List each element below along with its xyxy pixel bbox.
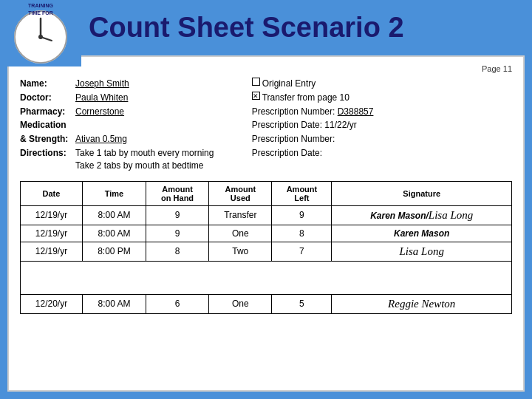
cell-time: 8:00 AM <box>82 294 146 313</box>
table-row: 12/19/yr 8:00 AM 9 One 8 Karen Mason <box>21 225 512 242</box>
medication-value: Ativan 0.5mg <box>75 133 127 146</box>
cell-left: 7 <box>272 242 332 261</box>
content-area: Page 11 Name: Joseph Smith Doctor: Paula… <box>7 55 525 392</box>
col-signature: Signature <box>332 181 512 205</box>
transfer-label: Transfer from page 10 <box>262 92 349 104</box>
page-number: Page 11 <box>20 64 512 73</box>
svg-text:TIME FOR: TIME FOR <box>28 10 52 16</box>
cell-time: 8:00 PM <box>82 242 146 261</box>
cell-date: 12/19/yr <box>21 242 83 261</box>
cell-used: One <box>209 225 272 242</box>
cell-used: Two <box>209 242 272 261</box>
cell-date: 12/19/yr <box>21 225 83 242</box>
cell-time: 8:00 AM <box>82 225 146 242</box>
rx-number-label: Prescription Number: D388857 <box>252 106 374 118</box>
pharmacy-label: Pharmacy: <box>20 106 75 118</box>
strength-label: & Strength: <box>20 133 75 146</box>
cell-used: Transfer <box>209 205 272 225</box>
patient-info-left: Name: Joseph Smith Doctor: Paula Whiten … <box>20 78 237 174</box>
cell-on-hand: 9 <box>146 225 209 242</box>
cell-left: 5 <box>272 294 332 313</box>
error-message-row: 12/20/yr 7am Math on 12/19/yr 8p entry i… <box>21 261 512 294</box>
table-row: 12/20/yr 8:00 AM 6 One 5 Reggie Newton <box>21 294 512 313</box>
name-label: Name: <box>20 78 75 90</box>
cell-on-hand: 9 <box>146 205 209 225</box>
cell-on-hand: 8 <box>146 242 209 261</box>
patient-info: Name: Joseph Smith Doctor: Paula Whiten … <box>20 78 512 174</box>
original-entry-checkbox <box>252 78 260 86</box>
patient-info-right: Original Entry Transfer from page 10 Pre… <box>252 78 512 174</box>
cell-used: One <box>209 294 272 313</box>
patient-name: Joseph Smith <box>75 78 129 90</box>
error-overlay-cell: 12/20/yr 7am Math on 12/19/yr 8p entry i… <box>21 261 512 294</box>
doctor-name: Paula Whiten <box>75 92 128 104</box>
col-date: Date <box>21 181 83 205</box>
doctor-label: Doctor: <box>20 92 75 104</box>
cell-on-hand: 6 <box>146 294 209 313</box>
svg-text:TRAINING: TRAINING <box>28 3 53 8</box>
col-amount-used: AmountUsed <box>209 181 272 205</box>
rx-date-label: Prescription Date: 11/22/yr <box>252 119 357 132</box>
directions-value: Take 1 tab by mouth every morning Take 2… <box>75 147 214 172</box>
cell-left: 9 <box>272 205 332 225</box>
col-amount-on-hand: Amounton Hand <box>146 181 209 205</box>
cell-date: 12/20/yr <box>21 294 83 313</box>
table-row: 12/19/yr 8:00 PM 8 Two 7 Lisa Long <box>21 242 512 261</box>
rx-date2-label: Prescription Date: <box>252 147 322 160</box>
table-row: 12/19/yr 8:00 AM 9 Transfer 9 Karen Maso… <box>21 205 512 225</box>
title-bar: Count Sheet Scenario 2 <box>74 0 532 55</box>
rx-number2-label: Prescription Number: <box>252 133 335 146</box>
transfer-checkbox <box>252 92 260 100</box>
svg-point-7 <box>38 35 43 39</box>
col-amount-left: AmountLeft <box>272 181 332 205</box>
cell-date: 12/19/yr <box>21 205 83 225</box>
medication-label: Medication <box>20 119 75 132</box>
pharmacy-name: Cornerstone <box>75 106 124 118</box>
count-sheet-table: Date Time Amounton Hand AmountUsed Amoun… <box>20 181 512 314</box>
cell-time: 8:00 AM <box>82 205 146 225</box>
clock-icon: TIME FOR TRAINING <box>0 0 81 66</box>
cell-signature: Karen Mason/Lisa Long <box>332 205 512 225</box>
page-title: Count Sheet Scenario 2 <box>89 12 404 44</box>
col-time: Time <box>82 181 146 205</box>
original-entry-label: Original Entry <box>262 78 316 90</box>
cell-signature: Lisa Long <box>332 242 512 261</box>
cell-signature: Reggie Newton <box>332 294 512 313</box>
cell-signature: Karen Mason <box>332 225 512 242</box>
directions-label: Directions: <box>20 147 75 160</box>
cell-left: 8 <box>272 225 332 242</box>
